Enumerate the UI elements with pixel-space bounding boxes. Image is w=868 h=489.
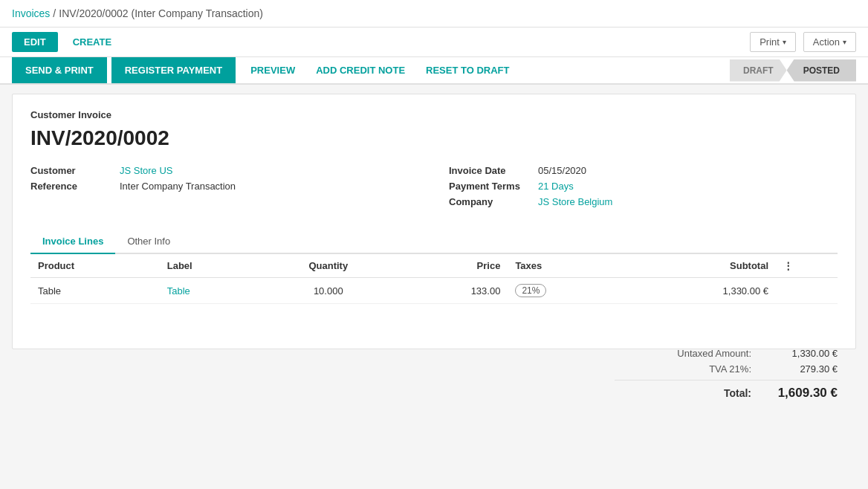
tva-value: 279.30 € xyxy=(763,363,838,375)
row-label: Table xyxy=(160,278,261,304)
row-product: Table xyxy=(30,278,160,304)
totals-divider xyxy=(615,380,838,380)
status-posted: POSTED xyxy=(787,59,856,82)
customer-row: Customer JS Store US xyxy=(30,165,419,176)
action-dropdown-arrow: ▾ xyxy=(843,38,846,46)
breadcrumb-current: INV/2020/0002 (Inter Company Transaction… xyxy=(59,7,263,19)
payment-terms-value[interactable]: 21 Days xyxy=(538,181,574,192)
untaxed-value: 1,330.00 € xyxy=(763,348,838,359)
payment-terms-row: Payment Terms 21 Days xyxy=(449,181,838,192)
col-subtotal: Subtotal xyxy=(624,254,776,278)
tva-label: TVA 21%: xyxy=(647,363,751,375)
fields-left: Customer JS Store US Reference Inter Com… xyxy=(30,165,419,212)
tab-other-info[interactable]: Other Info xyxy=(115,230,182,254)
tab-invoice-lines[interactable]: Invoice Lines xyxy=(30,230,115,254)
invoice-date-row: Invoice Date 05/15/2020 xyxy=(449,165,838,176)
tva-row: TVA 21%: 279.30 € xyxy=(615,361,838,377)
invoice-fields: Customer JS Store US Reference Inter Com… xyxy=(30,165,838,212)
untaxed-amount-row: Untaxed Amount: 1,330.00 € xyxy=(615,346,838,361)
col-label: Label xyxy=(160,254,261,278)
reference-row: Reference Inter Company Transaction xyxy=(30,181,419,192)
tabs: Invoice Lines Other Info xyxy=(30,230,838,254)
top-bar: Invoices / INV/2020/0002 (Inter Company … xyxy=(0,0,868,27)
reference-value: Inter Company Transaction xyxy=(120,181,236,192)
totals-section: Untaxed Amount: 1,330.00 € TVA 21%: 279.… xyxy=(615,346,838,403)
col-taxes: Taxes xyxy=(508,254,624,278)
print-label: Print xyxy=(760,36,780,48)
invoice-number: INV/2020/0002 xyxy=(30,126,838,150)
edit-button[interactable]: EDIT xyxy=(12,32,58,52)
reference-label: Reference xyxy=(30,181,120,192)
main-content: Customer Invoice INV/2020/0002 Customer … xyxy=(12,94,856,349)
total-value: 1,609.30 € xyxy=(763,386,838,401)
untaxed-label: Untaxed Amount: xyxy=(647,348,751,359)
row-price: 133.00 xyxy=(396,278,508,304)
invoice-table: Product Label Quantity Price Taxes Subto… xyxy=(30,254,838,304)
customer-value[interactable]: JS Store US xyxy=(120,165,173,176)
company-row: Company JS Store Belgium xyxy=(449,196,838,207)
create-button[interactable]: CREATE xyxy=(65,32,119,52)
status-bar: DRAFT POSTED xyxy=(730,59,856,82)
action-label: Action xyxy=(813,36,840,48)
fields-right: Invoice Date 05/15/2020 Payment Terms 21… xyxy=(449,165,838,212)
total-label: Total: xyxy=(647,387,751,399)
col-quantity: Quantity xyxy=(260,254,396,278)
breadcrumb-parent[interactable]: Invoices xyxy=(12,7,50,19)
invoice-date-value: 05/15/2020 xyxy=(538,165,586,176)
invoice-type: Customer Invoice xyxy=(30,109,838,120)
action-button[interactable]: Action ▾ xyxy=(803,32,856,52)
print-dropdown-arrow: ▾ xyxy=(783,38,786,46)
table-row: Table Table 10.000 133.00 21% 1,330.00 € xyxy=(30,278,838,304)
col-price: Price xyxy=(396,254,508,278)
register-payment-button[interactable]: REGISTER PAYMENT xyxy=(111,57,236,83)
action-bar: EDIT CREATE Print ▾ Action ▾ xyxy=(0,27,868,57)
row-subtotal: 1,330.00 € xyxy=(624,278,776,304)
grand-total-row: Total: 1,609.30 € xyxy=(615,383,838,403)
row-taxes: 21% xyxy=(508,278,624,304)
col-product: Product xyxy=(30,254,160,278)
col-menu[interactable]: ⋮ xyxy=(776,254,838,278)
customer-label: Customer xyxy=(30,165,120,176)
send-print-button[interactable]: SEND & PRINT xyxy=(12,57,107,83)
print-button[interactable]: Print ▾ xyxy=(750,32,796,52)
tax-badge: 21% xyxy=(515,284,546,297)
row-quantity: 10.000 xyxy=(260,278,396,304)
invoice-date-label: Invoice Date xyxy=(449,165,538,176)
company-label: Company xyxy=(449,196,538,207)
add-credit-note-button[interactable]: ADD CREDIT NOTE xyxy=(305,57,415,83)
payment-terms-label: Payment Terms xyxy=(449,181,538,192)
company-value[interactable]: JS Store Belgium xyxy=(538,196,612,207)
breadcrumb: Invoices / INV/2020/0002 (Inter Company … xyxy=(12,7,263,19)
row-menu xyxy=(776,278,838,304)
preview-button[interactable]: PREVIEW xyxy=(240,57,305,83)
breadcrumb-separator: / xyxy=(53,7,56,19)
reset-to-draft-button[interactable]: RESET TO DRAFT xyxy=(415,57,519,83)
toolbar: SEND & PRINT REGISTER PAYMENT PREVIEW AD… xyxy=(0,57,868,85)
status-draft: DRAFT xyxy=(730,59,787,82)
